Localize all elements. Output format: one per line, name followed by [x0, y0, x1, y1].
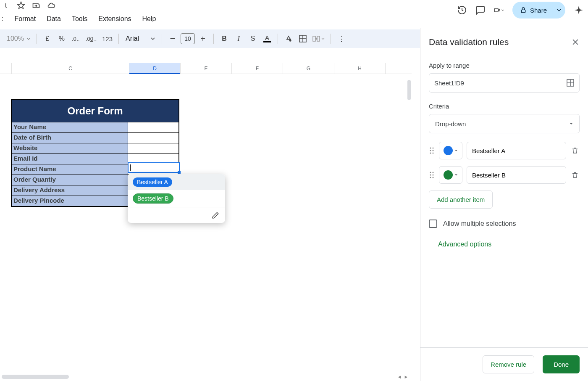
- delete-item-2-icon[interactable]: [570, 171, 580, 179]
- meet-icon[interactable]: [494, 5, 504, 15]
- label-dob: Date of Birth: [12, 132, 128, 143]
- close-panel-icon[interactable]: [571, 38, 580, 46]
- font-size-input[interactable]: 10: [181, 33, 195, 44]
- font-size-decrease[interactable]: −: [166, 32, 179, 45]
- color-select-2[interactable]: [439, 166, 462, 184]
- zoom-select[interactable]: 100%: [5, 32, 32, 45]
- col-header-f[interactable]: F: [232, 63, 283, 74]
- share-dropdown[interactable]: [552, 2, 565, 19]
- col-header-e[interactable]: E: [181, 63, 232, 74]
- borders-button[interactable]: [297, 32, 309, 45]
- separator: [278, 34, 278, 44]
- dropdown-option-2[interactable]: Bestseller B: [128, 190, 225, 207]
- remove-rule-button[interactable]: Remove rule: [483, 355, 534, 373]
- drag-handle-icon[interactable]: [429, 147, 435, 154]
- number-format-button[interactable]: 123: [100, 32, 114, 45]
- top-right-controls: Share: [457, 0, 584, 20]
- scroll-left-icon[interactable]: ◄: [396, 374, 402, 380]
- menu-data[interactable]: Data: [47, 15, 61, 23]
- svg-rect-1: [494, 8, 498, 12]
- delete-item-1-icon[interactable]: [570, 147, 580, 154]
- apply-range-label: Apply to range: [429, 62, 580, 69]
- svg-point-22: [430, 175, 431, 176]
- color-select-1[interactable]: [439, 142, 462, 159]
- advanced-options-toggle[interactable]: Advanced options: [429, 241, 580, 248]
- allow-multiple-row[interactable]: Allow multiple selections: [429, 220, 580, 228]
- strikethrough-button[interactable]: S: [247, 32, 259, 45]
- menu-extensions[interactable]: Extensions: [98, 15, 131, 23]
- share-button[interactable]: Share: [512, 2, 552, 19]
- font-select[interactable]: Arial: [123, 32, 158, 45]
- gemini-icon[interactable]: [574, 5, 584, 15]
- checkbox-icon[interactable]: [429, 220, 437, 228]
- label-pin: Delivery Pincode: [12, 196, 128, 206]
- col-header-g[interactable]: G: [283, 63, 334, 74]
- fill-color-button[interactable]: [282, 32, 295, 45]
- currency-button[interactable]: £: [41, 32, 54, 45]
- menu-bar: : Format Data Tools Extensions Help: [0, 12, 156, 26]
- svg-point-20: [430, 172, 431, 173]
- svg-point-19: [433, 153, 434, 154]
- col-header-h[interactable]: H: [334, 63, 386, 74]
- chip-bestseller-a: Bestseller A: [133, 177, 172, 187]
- percent-button[interactable]: %: [55, 32, 68, 45]
- menu-help[interactable]: Help: [142, 15, 156, 23]
- chevron-down-icon: [569, 122, 573, 126]
- scroll-right-icon[interactable]: ►: [403, 374, 409, 380]
- input-name[interactable]: [128, 122, 178, 132]
- cloud-icon[interactable]: [47, 1, 55, 10]
- sheet-area[interactable]: C D E F G H Order Form Your Name Date of…: [0, 63, 412, 366]
- dropdown-option-1[interactable]: Bestseller A: [128, 174, 225, 190]
- menu-cut[interactable]: :: [2, 15, 3, 23]
- criteria-input-1[interactable]: [467, 142, 566, 159]
- menu-tools[interactable]: Tools: [72, 15, 87, 23]
- separator: [213, 34, 214, 44]
- drag-handle-icon[interactable]: [429, 171, 435, 179]
- hscroll-arrows: ◄ ►: [396, 374, 412, 380]
- done-button[interactable]: Done: [543, 355, 580, 373]
- svg-point-23: [433, 175, 434, 176]
- star-icon[interactable]: [17, 1, 25, 10]
- svg-point-15: [433, 148, 434, 149]
- menu-format[interactable]: Format: [14, 15, 36, 23]
- decrease-decimal-button[interactable]: .0←: [70, 32, 82, 45]
- chip-bestseller-b: Bestseller B: [133, 193, 173, 204]
- col-header-d[interactable]: D: [129, 63, 181, 74]
- criteria-item-2: [429, 166, 580, 184]
- bold-button[interactable]: B: [218, 32, 231, 45]
- merge-button[interactable]: [311, 32, 326, 45]
- criteria-select[interactable]: Drop-down: [429, 114, 580, 133]
- hscroll-thumb[interactable]: [2, 375, 69, 379]
- more-button[interactable]: ⋮: [335, 32, 348, 45]
- label-qty: Order Quantiy: [12, 175, 128, 185]
- font-size-increase[interactable]: +: [197, 32, 209, 45]
- italic-button[interactable]: I: [232, 32, 245, 45]
- col-header-c[interactable]: C: [12, 63, 129, 74]
- font-name: Arial: [126, 35, 139, 42]
- criteria-input-2[interactable]: [467, 166, 566, 184]
- increase-decimal-button[interactable]: .00→: [84, 32, 99, 45]
- panel-header: Data validation rules: [420, 28, 588, 54]
- corner-cell[interactable]: [0, 63, 12, 74]
- comment-icon[interactable]: [475, 5, 486, 15]
- add-item-button[interactable]: Add another item: [429, 190, 493, 209]
- panel-title: Data validation rules: [429, 37, 509, 47]
- separator: [162, 34, 162, 44]
- range-input[interactable]: Sheet1!D9: [429, 73, 580, 93]
- color-dot-blue: [444, 146, 453, 155]
- vertical-scroll-indicator[interactable]: [407, 80, 411, 100]
- column-headers: C D E F G H: [0, 63, 412, 74]
- zoom-value: 100%: [7, 35, 24, 42]
- input-dob[interactable]: [128, 132, 178, 143]
- grid-icon[interactable]: [567, 79, 574, 87]
- history-icon[interactable]: [457, 5, 467, 15]
- horizontal-scrollbar[interactable]: ◄ ►: [0, 373, 412, 381]
- text-color-button[interactable]: A: [261, 32, 273, 45]
- edit-dropdown-icon[interactable]: [212, 212, 219, 219]
- move-icon[interactable]: [32, 1, 40, 10]
- active-cell-d9[interactable]: [128, 162, 180, 173]
- label-product: Product Name: [12, 164, 128, 175]
- doc-title-fragment: t: [2, 1, 10, 10]
- input-website[interactable]: [128, 143, 178, 153]
- criteria-label: Criteria: [429, 103, 580, 110]
